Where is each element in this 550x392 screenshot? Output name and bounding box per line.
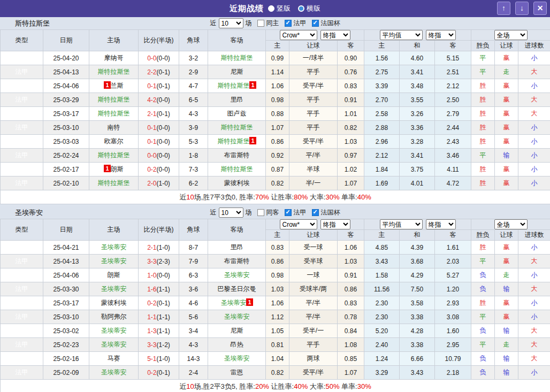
result-handicap: 赢	[495, 135, 518, 149]
result-scope-select[interactable]: 全场	[494, 219, 528, 229]
avg-away-odds: 1.60	[435, 324, 471, 338]
avg-home-odds: 5.20	[364, 324, 400, 338]
handicap-line: 受一球	[289, 241, 338, 255]
league-cell: 法甲	[1, 241, 43, 255]
same-venue-checkbox[interactable]	[257, 20, 264, 27]
league-cell: 法甲	[1, 268, 43, 282]
radio-horizontal-layout[interactable]: 横版	[298, 4, 320, 13]
avg-home-odds: 2.12	[364, 149, 400, 163]
same-venue-checkbox[interactable]	[257, 209, 264, 216]
avg-away-odds: 2.12	[435, 79, 471, 93]
handicap-home-odds: 0.83	[266, 241, 289, 255]
avg-draw-odds: 3.43	[400, 366, 435, 380]
result-handicap: 赢	[495, 176, 518, 190]
avg-home-odds: 1.69	[364, 176, 400, 190]
radio-icon[interactable]	[268, 5, 274, 12]
home-team-name: 朗斯	[111, 165, 124, 173]
corners-cell: 7-3	[179, 163, 208, 176]
result-wdl: 平	[471, 51, 495, 65]
avg-home-odds: 1.84	[364, 163, 400, 176]
away-team-name: 昂热	[231, 341, 243, 348]
col-header-result-wdl: 胜负	[471, 230, 495, 241]
cup-checkbox[interactable]	[312, 20, 319, 27]
date-cell: 25-02-17	[43, 163, 89, 176]
cup-checkbox[interactable]	[312, 209, 319, 216]
handicap-line: 平/半	[289, 149, 338, 163]
handicap-away-odds: 1.08	[338, 338, 364, 352]
match-row: 法甲 25-03-17 蒙彼利埃 0-2(0-1) 4-6 圣埃蒂安1 1.06…	[1, 296, 550, 310]
result-handicap: 赢	[495, 163, 518, 176]
bookmaker-select[interactable]: Crow*	[280, 30, 317, 40]
league-cell: 法甲	[1, 65, 43, 79]
scroll-down-button[interactable]: ↓	[515, 2, 529, 15]
avg-odds-select[interactable]: 平均值	[380, 30, 423, 40]
cup-label: 法国杯	[321, 208, 340, 217]
avg-away-odds: 2.51	[435, 65, 471, 79]
date-cell: 25-04-13	[43, 255, 89, 268]
handicap-line: 平手	[289, 93, 338, 107]
radio-icon[interactable]	[298, 5, 304, 12]
match-row: 法甲 25-03-02 圣埃蒂安 1-3(1-1) 3-4 尼斯 1.05 受半…	[1, 324, 550, 338]
handicap-home-odds: 1.04	[266, 352, 289, 366]
home-team-cell: 1兰斯	[89, 79, 139, 93]
date-cell: 25-03-30	[43, 282, 89, 296]
handicap-home-odds: 0.82	[266, 366, 289, 380]
radio-vertical-layout[interactable]: 竖版	[268, 4, 291, 13]
avg-draw-odds: 4.29	[400, 268, 435, 282]
stats-summary-team1: 近10场,胜7平3负0, 胜率:70% 让胜率:80% 大率:30% 单率:40…	[1, 190, 550, 204]
match-row: 法甲 25-04-06 1兰斯 0-1(0-1) 4-7 斯特拉斯堡1 1.06…	[1, 79, 550, 93]
recent-results-panel: 近期战绩 竖版 横版 ↑ ↓ ✕ 斯特拉斯堡 近 10 场	[0, 0, 550, 392]
handicap-home-odds: 0.98	[266, 268, 289, 282]
handicap-home-odds: 0.86	[266, 255, 289, 268]
handicap-line: 受球半/两	[289, 282, 338, 296]
result-overunder: 小	[518, 176, 550, 190]
halftime-score: (1-1)	[157, 286, 170, 293]
away-team-name: 圣埃蒂安	[220, 299, 246, 306]
avg-away-odds: 1.61	[435, 241, 471, 255]
scroll-up-button[interactable]: ↑	[497, 2, 510, 15]
avg-away-odds: 2.03	[435, 255, 471, 268]
fulltime-score: 2-1	[147, 244, 156, 251]
match-row: 法甲 25-02-16 马赛 5-1(1-0) 14-3 圣埃蒂安 1.04 两…	[1, 352, 550, 366]
avg-odds-select[interactable]: 平均值	[380, 219, 423, 229]
fulltime-score: 0-2	[147, 369, 156, 376]
score-cell: 3-3(2-3)	[139, 255, 179, 268]
recent-count-select[interactable]: 10	[219, 18, 243, 28]
bookmaker-select[interactable]: Crow*	[280, 219, 317, 229]
fulltime-score: 1-1	[147, 313, 156, 321]
recent-count-select[interactable]: 10	[219, 207, 243, 218]
league-cell: 法甲	[1, 352, 43, 366]
league-checkbox[interactable]	[285, 20, 292, 27]
handicap-line: 一球	[289, 268, 338, 282]
corners-cell: 7-9	[179, 255, 208, 268]
avg-home-odds: 3.43	[364, 255, 400, 268]
handicap-home-odds: 0.98	[266, 93, 289, 107]
away-team-cell: 蒙彼利埃	[208, 176, 266, 190]
home-team-name: 蒙彼利埃	[101, 299, 127, 306]
halftime-score: (1-1)	[157, 313, 170, 321]
home-team-cell: 马赛	[89, 352, 139, 366]
home-team-name: 圣埃蒂安	[101, 341, 127, 348]
result-scope-select[interactable]: 全场	[494, 30, 528, 40]
result-handicap: 赢	[495, 121, 518, 135]
avg-home-odds: 3.39	[364, 79, 400, 93]
away-team-cell: 斯特拉斯堡	[208, 163, 266, 176]
odds-time-select[interactable]: 终指	[320, 219, 350, 229]
score-cell: 1-0(0-0)	[139, 268, 179, 282]
close-button[interactable]: ✕	[533, 2, 547, 15]
odds-time-select[interactable]: 终指	[320, 30, 350, 40]
avg-time-select[interactable]: 终指	[426, 30, 456, 40]
handicap-away-odds: 1.01	[338, 107, 364, 121]
home-team-cell: 摩纳哥	[89, 51, 139, 65]
league-checkbox[interactable]	[285, 209, 292, 216]
fulltime-score: 0-0	[147, 152, 156, 159]
home-team-name: 斯特拉斯堡	[98, 68, 130, 75]
halftime-score: (0-0)	[157, 152, 170, 159]
titlebar: 近期战绩 竖版 横版 ↑ ↓ ✕	[0, 0, 550, 17]
avg-away-odds: 3.46	[435, 149, 471, 163]
avg-time-select[interactable]: 终指	[426, 219, 456, 229]
handicap-away-odds: 1.02	[338, 163, 364, 176]
avg-away-odds: 2.43	[435, 135, 471, 149]
avg-away-odds: 5.27	[435, 268, 471, 282]
avg-away-odds: 4.11	[435, 163, 471, 176]
